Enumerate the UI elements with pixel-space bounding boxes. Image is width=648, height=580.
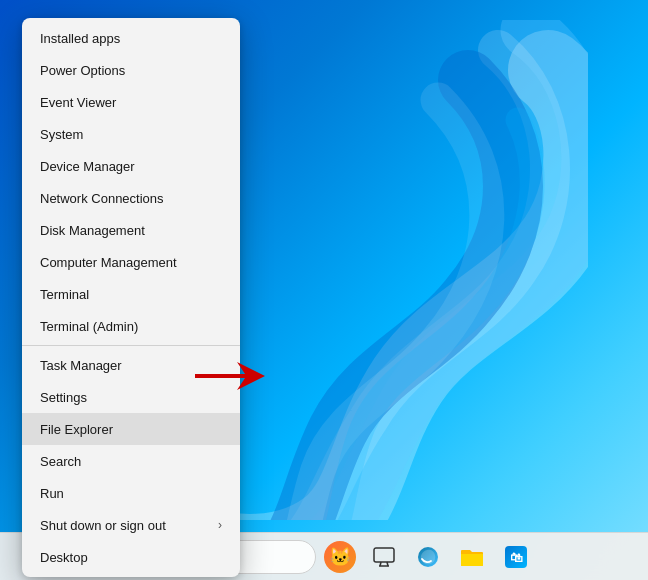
cat-app-button[interactable]: 🐱 (320, 537, 360, 577)
menu-item-device-manager[interactable]: Device Manager (22, 150, 240, 182)
menu-item-label-run: Run (40, 486, 64, 501)
menu-item-arrow-shut-down: › (218, 518, 222, 532)
menu-item-label-file-explorer: File Explorer (40, 422, 113, 437)
edge-button[interactable] (408, 537, 448, 577)
menu-item-shut-down[interactable]: Shut down or sign out› (22, 509, 240, 541)
file-explorer-icon (460, 546, 484, 568)
menu-item-disk-management[interactable]: Disk Management (22, 214, 240, 246)
file-explorer-button[interactable] (452, 537, 492, 577)
store-button[interactable]: 🛍 (496, 537, 536, 577)
menu-item-installed-apps[interactable]: Installed apps (22, 22, 240, 54)
menu-item-task-manager[interactable]: Task Manager (22, 349, 240, 381)
menu-item-label-terminal-admin: Terminal (Admin) (40, 319, 138, 334)
menu-item-label-task-manager: Task Manager (40, 358, 122, 373)
menu-separator (22, 345, 240, 346)
edge-icon (417, 546, 439, 568)
store-icon: 🛍 (505, 546, 527, 568)
svg-rect-3 (374, 548, 394, 562)
menu-item-desktop[interactable]: Desktop (22, 541, 240, 573)
menu-item-power-options[interactable]: Power Options (22, 54, 240, 86)
menu-item-settings[interactable]: Settings (22, 381, 240, 413)
menu-item-label-search: Search (40, 454, 81, 469)
menu-item-label-power-options: Power Options (40, 63, 125, 78)
svg-text:🛍: 🛍 (510, 550, 523, 565)
menu-item-label-network-connections: Network Connections (40, 191, 164, 206)
menu-item-label-settings: Settings (40, 390, 87, 405)
desktop: Installed appsPower OptionsEvent ViewerS… (0, 0, 648, 580)
monitor-button[interactable] (364, 537, 404, 577)
menu-item-search[interactable]: Search (22, 445, 240, 477)
menu-item-terminal[interactable]: Terminal (22, 278, 240, 310)
menu-item-label-system: System (40, 127, 83, 142)
menu-item-label-terminal: Terminal (40, 287, 89, 302)
context-menu: Installed appsPower OptionsEvent ViewerS… (22, 18, 240, 577)
menu-item-label-installed-apps: Installed apps (40, 31, 120, 46)
menu-item-event-viewer[interactable]: Event Viewer (22, 86, 240, 118)
cat-icon: 🐱 (324, 541, 356, 573)
menu-item-file-explorer[interactable]: File Explorer (22, 413, 240, 445)
menu-item-label-event-viewer: Event Viewer (40, 95, 116, 110)
menu-item-label-desktop: Desktop (40, 550, 88, 565)
menu-item-system[interactable]: System (22, 118, 240, 150)
menu-item-terminal-admin[interactable]: Terminal (Admin) (22, 310, 240, 342)
menu-item-label-shut-down: Shut down or sign out (40, 518, 166, 533)
menu-item-computer-management[interactable]: Computer Management (22, 246, 240, 278)
menu-item-network-connections[interactable]: Network Connections (22, 182, 240, 214)
menu-item-label-disk-management: Disk Management (40, 223, 145, 238)
menu-item-label-computer-management: Computer Management (40, 255, 177, 270)
monitor-icon (373, 546, 395, 568)
menu-item-run[interactable]: Run (22, 477, 240, 509)
menu-item-label-device-manager: Device Manager (40, 159, 135, 174)
